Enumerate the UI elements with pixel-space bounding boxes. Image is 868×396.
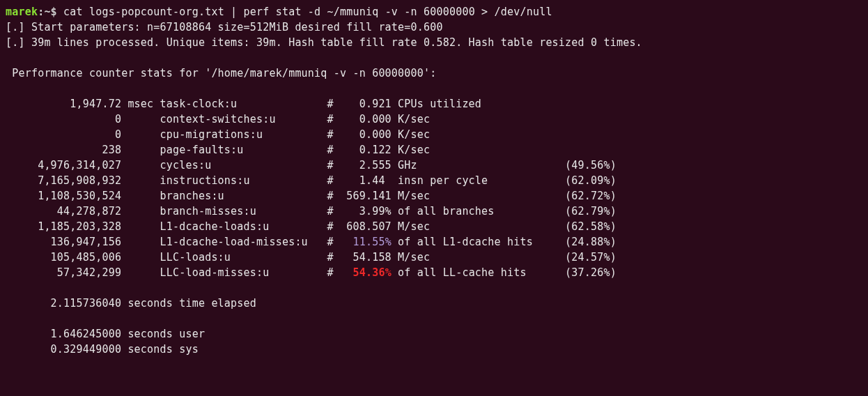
elapsed-time: 2.115736040 seconds time elapsed [6,297,256,310]
output-line: [.] Start parameters: n=67108864 size=51… [6,21,443,33]
perf-header: Performance counter stats for '/home/mar… [6,67,436,79]
perf-rows: 1,947.72 msec task-clock:u # 0.921 CPUs … [6,96,862,280]
stat-metric: 54.36% [334,266,398,279]
prompt-user: marek [6,6,38,18]
command-text: cat logs-popcount-org.txt | perf stat -d… [63,6,552,18]
stat-metric: 11.55% [334,236,398,248]
output-line: [.] 39m lines processed. Unique items: 3… [6,36,642,49]
prompt-separator: :~$ [38,6,63,18]
terminal-output: marek:~$ cat logs-popcount-org.txt | per… [0,0,868,361]
sys-time: 0.329449000 seconds sys [6,343,199,356]
user-time: 1.646245000 seconds user [6,328,205,340]
